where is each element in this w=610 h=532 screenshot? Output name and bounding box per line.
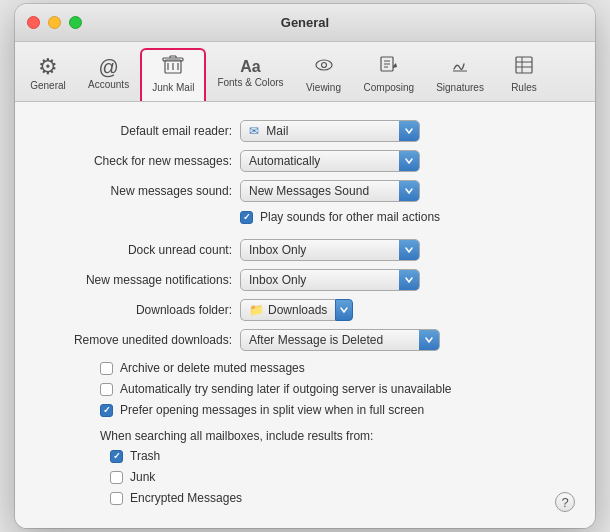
preferences-content: Default email reader: ✉ Mail Check for n… [15, 102, 595, 528]
maximize-button[interactable] [69, 16, 82, 29]
toolbar-item-viewing[interactable]: Viewing [295, 48, 353, 101]
encrypted-row: Encrypted Messages [45, 491, 565, 505]
new-messages-sound-arrow [399, 181, 419, 201]
check-new-messages-label: Check for new messages: [45, 154, 240, 168]
svg-rect-15 [516, 57, 532, 73]
mail-app-icon: ✉ [249, 124, 259, 138]
help-button[interactable]: ? [555, 492, 575, 512]
preferences-window: General ⚙ General @ Accounts [15, 4, 595, 528]
archive-delete-muted-checkbox[interactable] [100, 362, 113, 375]
new-message-notifications-arrow [399, 270, 419, 290]
minimize-button[interactable] [48, 16, 61, 29]
archive-delete-muted-label: Archive or delete muted messages [120, 361, 305, 375]
toolbar-label-viewing: Viewing [306, 82, 341, 93]
encrypted-checkbox[interactable] [110, 492, 123, 505]
toolbar-item-composing[interactable]: Composing [353, 48, 426, 101]
dock-unread-count-value: Inbox Only [241, 243, 399, 257]
fonts-icon: Aa [240, 59, 260, 75]
remove-unedited-downloads-value: After Message is Deleted [241, 333, 419, 347]
play-sounds-label: Play sounds for other mail actions [260, 210, 440, 224]
dock-unread-count-label: Dock unread count: [45, 243, 240, 257]
check-new-messages-value: Automatically [241, 154, 399, 168]
junk-row: Junk [45, 470, 565, 484]
play-sounds-checkbox[interactable] [240, 211, 253, 224]
new-message-notifications-select[interactable]: Inbox Only [240, 269, 420, 291]
auto-send-later-checkbox[interactable] [100, 383, 113, 396]
auto-send-later-row: Automatically try sending later if outgo… [45, 382, 565, 396]
trash-checkbox[interactable] [110, 450, 123, 463]
viewing-icon [313, 54, 335, 80]
auto-send-later-label: Automatically try sending later if outgo… [120, 382, 452, 396]
toolbar-label-general: General [30, 80, 66, 91]
toolbar: ⚙ General @ Accounts Junk Mail [15, 42, 595, 102]
toolbar-item-general[interactable]: ⚙ General [19, 48, 77, 101]
downloads-folder-value: 📁 Downloads [240, 299, 335, 321]
window-controls [27, 16, 82, 29]
check-new-messages-row: Check for new messages: Automatically [45, 150, 565, 172]
prefer-split-view-checkbox[interactable] [100, 404, 113, 417]
prefer-split-view-row: Prefer opening messages in split view wh… [45, 403, 565, 417]
play-sounds-checkbox-row: Play sounds for other mail actions [240, 210, 440, 224]
toolbar-item-junk-mail[interactable]: Junk Mail [140, 48, 206, 101]
new-messages-sound-select[interactable]: New Messages Sound [240, 180, 420, 202]
at-icon: @ [98, 57, 118, 77]
default-email-reader-value: ✉ Mail [241, 124, 399, 138]
trash-label: Trash [130, 449, 160, 463]
new-messages-sound-row: New messages sound: New Messages Sound [45, 180, 565, 202]
downloads-folder-row: Downloads folder: 📁 Downloads [45, 299, 565, 321]
remove-unedited-downloads-select[interactable]: After Message is Deleted [240, 329, 440, 351]
titlebar: General [15, 4, 595, 42]
signatures-icon [449, 54, 471, 80]
downloads-folder-arrow[interactable] [335, 299, 353, 321]
new-messages-sound-label: New messages sound: [45, 184, 240, 198]
remove-unedited-downloads-label: Remove unedited downloads: [45, 333, 240, 347]
default-email-reader-select[interactable]: ✉ Mail [240, 120, 420, 142]
toolbar-label-rules: Rules [511, 82, 537, 93]
junk-label: Junk [130, 470, 155, 484]
downloads-folder-icon: 📁 [249, 303, 264, 317]
gear-icon: ⚙ [38, 56, 58, 78]
general-checkboxes: Archive or delete muted messages Automat… [45, 361, 565, 417]
toolbar-item-fonts-colors[interactable]: Aa Fonts & Colors [206, 48, 294, 101]
remove-unedited-downloads-row: Remove unedited downloads: After Message… [45, 329, 565, 351]
dock-unread-count-select[interactable]: Inbox Only [240, 239, 420, 261]
new-message-notifications-value: Inbox Only [241, 273, 399, 287]
new-message-notifications-label: New message notifications: [45, 273, 240, 287]
default-email-reader-label: Default email reader: [45, 124, 240, 138]
toolbar-item-rules[interactable]: Rules [495, 48, 553, 101]
archive-delete-muted-row: Archive or delete muted messages [45, 361, 565, 375]
new-message-notifications-row: New message notifications: Inbox Only [45, 269, 565, 291]
toolbar-item-signatures[interactable]: Signatures [425, 48, 495, 101]
search-section: When searching all mailboxes, include re… [45, 429, 565, 505]
toolbar-label-accounts: Accounts [88, 79, 129, 90]
svg-point-9 [321, 62, 326, 67]
default-email-reader-arrow [399, 121, 419, 141]
composing-icon [378, 54, 400, 80]
check-new-messages-arrow [399, 151, 419, 171]
search-section-label: When searching all mailboxes, include re… [45, 429, 565, 443]
default-email-reader-row: Default email reader: ✉ Mail [45, 120, 565, 142]
prefer-split-view-label: Prefer opening messages in split view wh… [120, 403, 424, 417]
toolbar-label-fonts-colors: Fonts & Colors [217, 77, 283, 88]
junk-checkbox[interactable] [110, 471, 123, 484]
trash-row: Trash [45, 449, 565, 463]
close-button[interactable] [27, 16, 40, 29]
toolbar-label-junk-mail: Junk Mail [152, 82, 194, 93]
svg-point-8 [316, 60, 332, 70]
encrypted-label: Encrypted Messages [130, 491, 242, 505]
dock-unread-count-row: Dock unread count: Inbox Only [45, 239, 565, 261]
rules-icon [513, 54, 535, 80]
play-sounds-row: Play sounds for other mail actions [45, 210, 565, 231]
dock-unread-count-arrow [399, 240, 419, 260]
junk-mail-icon [162, 54, 184, 80]
toolbar-label-composing: Composing [364, 82, 415, 93]
remove-unedited-downloads-arrow [419, 330, 439, 350]
new-messages-sound-value: New Messages Sound [241, 184, 399, 198]
toolbar-label-signatures: Signatures [436, 82, 484, 93]
window-title: General [281, 15, 329, 30]
downloads-folder-select[interactable]: 📁 Downloads [240, 299, 353, 321]
toolbar-item-accounts[interactable]: @ Accounts [77, 48, 140, 101]
downloads-folder-label: Downloads folder: [45, 303, 240, 317]
check-new-messages-select[interactable]: Automatically [240, 150, 420, 172]
